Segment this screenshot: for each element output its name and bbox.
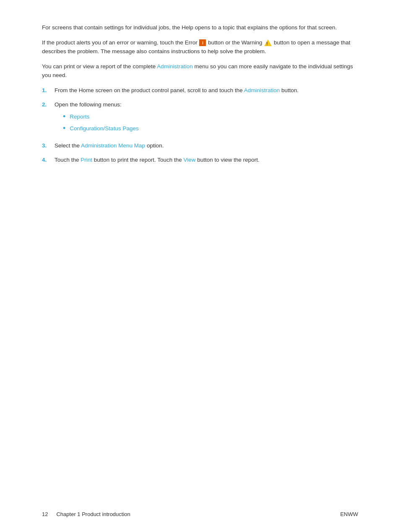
step-4-content: Touch the Print button to print the repo…: [55, 155, 358, 165]
warning-icon: [264, 39, 272, 46]
configuration-link[interactable]: Configuration/Status Pages: [70, 124, 138, 133]
content-body: For screens that contain settings for in…: [42, 23, 358, 165]
step-3-content: Select the Administration Menu Map optio…: [55, 141, 358, 150]
step-1-number: 1.: [42, 86, 55, 95]
footer: 12 Chapter 1 Product introduction ENWW: [0, 511, 400, 517]
print-link[interactable]: Print: [81, 157, 92, 163]
bullet-item-configuration: • Configuration/Status Pages: [63, 124, 358, 133]
footer-right-text: ENWW: [340, 511, 358, 517]
warning-triangle-shape: [264, 39, 272, 46]
bullet-dot-1: •: [63, 112, 65, 121]
paragraph-2: If the product alerts you of an error or…: [42, 38, 358, 56]
page-container: For screens that contain settings for in…: [0, 0, 400, 532]
footer-chapter-text: Chapter 1 Product introduction: [56, 511, 130, 517]
step-2-number: 2.: [42, 100, 55, 109]
paragraph-1: For screens that contain settings for in…: [42, 23, 358, 32]
footer-page-number: 12: [42, 511, 48, 517]
administration-link-p3[interactable]: Administration: [157, 63, 193, 70]
bullet-list: • Reports • Configuration/Status Pages: [63, 112, 358, 133]
step-1-content: From the Home screen on the product cont…: [55, 86, 358, 95]
step-3-number: 3.: [42, 141, 55, 150]
bullet-item-reports: • Reports: [63, 112, 358, 121]
step-2: 2. Open the following menus: • Reports •…: [42, 100, 358, 137]
footer-left: 12 Chapter 1 Product introduction: [42, 511, 130, 517]
administration-link-step1[interactable]: Administration: [244, 87, 280, 93]
step-3: 3. Select the Administration Menu Map op…: [42, 141, 358, 150]
view-link[interactable]: View: [183, 157, 195, 163]
steps-list: 1. From the Home screen on the product c…: [42, 86, 358, 165]
step-4-number: 4.: [42, 155, 55, 165]
error-icon: i: [199, 39, 206, 46]
admin-menu-map-link[interactable]: Administration Menu Map: [81, 142, 145, 149]
reports-link[interactable]: Reports: [70, 112, 89, 121]
bullet-dot-2: •: [63, 124, 65, 133]
paragraph-3: You can print or view a report of the co…: [42, 62, 358, 80]
step-1: 1. From the Home screen on the product c…: [42, 86, 358, 95]
step-4: 4. Touch the Print button to print the r…: [42, 155, 358, 165]
step-2-content: Open the following menus: • Reports • Co…: [55, 100, 358, 137]
